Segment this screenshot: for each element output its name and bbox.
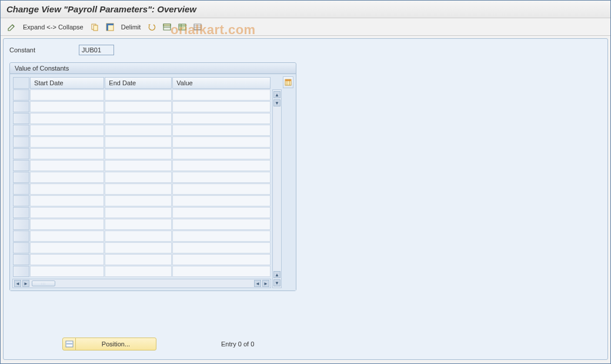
scroll-up-inner-icon[interactable]: ▲ <box>273 271 281 278</box>
row-selector[interactable] <box>13 148 29 159</box>
table-view3-button[interactable] <box>191 21 204 33</box>
cell[interactable] <box>172 219 271 230</box>
table-row <box>13 207 271 218</box>
svg-rect-3 <box>106 24 113 25</box>
cell[interactable] <box>30 219 104 230</box>
scroll-down-inner-icon[interactable]: ▼ <box>273 99 281 106</box>
position-button[interactable]: Position... <box>62 338 156 350</box>
cell[interactable] <box>30 242 104 253</box>
scroll-down-icon[interactable]: ▼ <box>273 279 281 286</box>
row-selector[interactable] <box>13 183 29 195</box>
cell[interactable] <box>30 101 104 112</box>
cell[interactable] <box>105 242 172 253</box>
col-start-date[interactable]: Start Date <box>30 77 104 89</box>
row-selector[interactable] <box>13 136 29 148</box>
cell[interactable] <box>30 195 104 206</box>
copy-button[interactable] <box>88 21 101 33</box>
svg-rect-9 <box>179 24 186 30</box>
toggle-button[interactable] <box>5 21 18 33</box>
undo-button[interactable] <box>145 21 158 33</box>
row-selector[interactable] <box>13 125 29 136</box>
cell[interactable] <box>172 254 271 265</box>
cell[interactable] <box>105 231 172 242</box>
cell[interactable] <box>105 136 172 148</box>
cell[interactable] <box>30 254 104 265</box>
cell[interactable] <box>172 195 271 206</box>
cell[interactable] <box>30 172 104 183</box>
row-selector[interactable] <box>13 160 29 171</box>
svg-rect-4 <box>106 25 108 31</box>
scroll-right-inner-icon[interactable]: ► <box>22 280 29 287</box>
cell[interactable] <box>30 136 104 148</box>
cell[interactable] <box>105 183 172 195</box>
cell[interactable] <box>172 266 271 277</box>
cell[interactable] <box>105 195 172 206</box>
cell[interactable] <box>172 101 271 112</box>
table-green-icon <box>178 22 187 32</box>
scroll-thumb[interactable]: ::: <box>32 280 55 286</box>
col-value[interactable]: Value <box>172 77 271 89</box>
scroll-left-icon[interactable]: ◄ <box>14 280 21 287</box>
vertical-scrollbar[interactable]: ▲ ▼ ▲ ▼ <box>272 89 282 288</box>
scroll-up-icon[interactable]: ▲ <box>273 91 281 98</box>
cell[interactable] <box>172 89 271 101</box>
cell[interactable] <box>105 207 172 218</box>
scroll-right-icon[interactable]: ► <box>262 280 269 287</box>
cell[interactable] <box>30 160 104 171</box>
cell[interactable] <box>105 219 172 230</box>
cell[interactable] <box>105 172 172 183</box>
row-selector[interactable] <box>13 207 29 218</box>
cell[interactable] <box>105 113 172 124</box>
cell[interactable] <box>172 160 271 171</box>
cell[interactable] <box>172 242 271 253</box>
row-selector[interactable] <box>13 254 29 265</box>
cell[interactable] <box>172 125 271 136</box>
select-all-button[interactable] <box>103 21 116 33</box>
cell[interactable] <box>30 266 104 277</box>
cell[interactable] <box>30 231 104 242</box>
cell[interactable] <box>172 172 271 183</box>
cell[interactable] <box>105 125 172 136</box>
row-selector[interactable] <box>13 101 29 112</box>
cell[interactable] <box>172 231 271 242</box>
table-view2-button[interactable] <box>176 21 189 33</box>
cell[interactable] <box>30 207 104 218</box>
col-end-date[interactable]: End Date <box>105 77 172 89</box>
row-selector[interactable] <box>13 231 29 242</box>
table-view1-button[interactable] <box>161 21 173 33</box>
row-selector[interactable] <box>13 266 29 277</box>
cell[interactable] <box>30 125 104 136</box>
cell[interactable] <box>172 113 271 124</box>
table-row <box>13 219 271 230</box>
cell[interactable] <box>172 148 271 159</box>
cell[interactable] <box>30 113 104 124</box>
cell[interactable] <box>105 89 172 101</box>
cell[interactable] <box>172 207 271 218</box>
cell[interactable] <box>105 254 172 265</box>
cell[interactable] <box>30 148 104 159</box>
horizontal-scrollbar[interactable]: ◄ ► ::: ◄ ► <box>12 279 271 288</box>
row-selector[interactable] <box>13 113 29 124</box>
scroll-left-inner-icon[interactable]: ◄ <box>254 280 261 287</box>
table-row <box>13 242 271 253</box>
table-corner[interactable] <box>13 77 29 89</box>
cell[interactable] <box>105 101 172 112</box>
cell[interactable] <box>30 183 104 195</box>
row-selector[interactable] <box>13 242 29 253</box>
cell[interactable] <box>30 89 104 101</box>
table-select-icon <box>105 22 115 32</box>
row-selector[interactable] <box>13 219 29 230</box>
cell[interactable] <box>105 160 172 171</box>
cell[interactable] <box>172 136 271 148</box>
row-selector[interactable] <box>13 172 29 183</box>
row-selector[interactable] <box>13 195 29 206</box>
cell[interactable] <box>105 266 172 277</box>
svg-rect-21 <box>66 343 73 345</box>
constant-input[interactable] <box>79 45 114 55</box>
row-selector[interactable] <box>13 89 29 101</box>
constant-label: Constant <box>9 46 74 54</box>
table-row <box>13 136 271 148</box>
cell[interactable] <box>105 148 172 159</box>
table-icon <box>162 22 172 32</box>
cell[interactable] <box>172 183 271 195</box>
